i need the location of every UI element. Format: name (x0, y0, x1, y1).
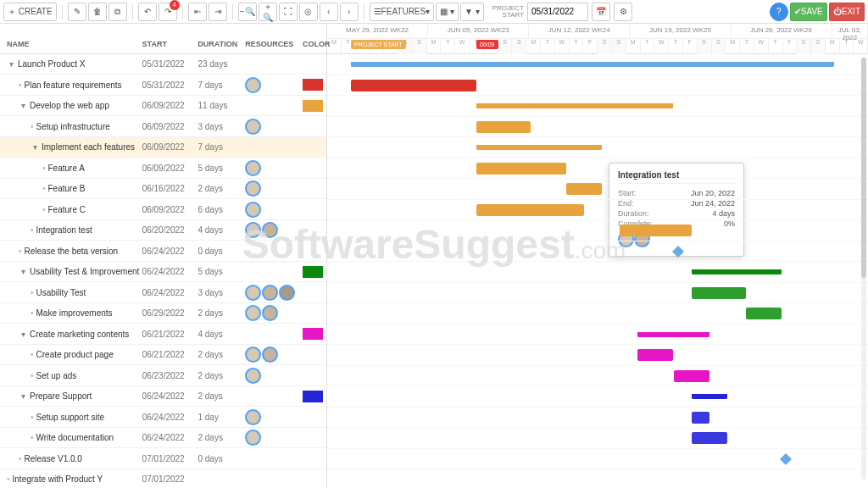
summary-bar[interactable] (351, 62, 834, 67)
gantt-row[interactable] (327, 449, 868, 470)
table-row[interactable]: • Integrate with Product Y 07/01/2022 (0, 469, 326, 488)
chevron-down-icon[interactable]: ▾ (19, 101, 27, 110)
chevron-down-icon[interactable]: ▾ (19, 330, 27, 339)
table-row[interactable]: ▾ Usability Test & Improvement 06/24/202… (0, 262, 326, 283)
gantt-row[interactable] (327, 158, 868, 180)
exit-button[interactable]: ⏻ EXIT (829, 3, 865, 21)
task-bar[interactable] (692, 287, 746, 299)
task-name: Feature C (48, 205, 86, 214)
table-row[interactable]: • Make improvements 06/29/2022 2 days (0, 303, 326, 324)
settings-button[interactable]: ⚙ (614, 3, 632, 21)
date-input[interactable] (527, 3, 588, 21)
gantt-row[interactable] (327, 408, 868, 429)
edit-button[interactable]: ✎ (68, 3, 86, 21)
col-start[interactable]: START (142, 40, 198, 48)
table-row[interactable]: • Usability Test 06/24/2022 3 days (0, 282, 326, 303)
copy-button[interactable]: ⧉ (108, 3, 127, 21)
indent-button[interactable]: ⇥ (209, 3, 227, 21)
delete-button[interactable]: 🗑 (88, 3, 107, 21)
gantt-row[interactable] (327, 262, 868, 283)
table-row[interactable]: • Setup support site 06/24/2022 1 day (0, 407, 326, 428)
task-bar[interactable] (476, 121, 531, 133)
gantt-row[interactable] (327, 366, 868, 387)
task-bar[interactable] (692, 412, 709, 424)
target-button[interactable]: ◎ (299, 3, 318, 21)
gantt-row[interactable] (327, 117, 868, 138)
task-resources (245, 160, 303, 176)
redo-button[interactable]: ↷ (159, 3, 177, 21)
chevron-down-icon[interactable]: ▾ (19, 267, 27, 276)
table-row[interactable]: • Feature B 06/16/2022 2 days (0, 179, 326, 200)
chevron-down-icon[interactable]: ▾ (7, 59, 15, 69)
chevron-down-icon[interactable]: ▾ (19, 391, 27, 401)
save-button[interactable]: ✔ SAVE (790, 3, 827, 21)
prev-button[interactable]: ‹ (320, 3, 338, 21)
task-bar[interactable] (746, 308, 782, 319)
summary-bar[interactable] (476, 145, 602, 150)
gantt-row[interactable] (327, 428, 868, 449)
vertical-scrollbar[interactable] (861, 58, 866, 480)
summary-bar[interactable] (476, 103, 673, 108)
gantt-row[interactable] (327, 345, 868, 366)
table-row[interactable]: • Plan feature requirements 05/31/2022 7… (0, 75, 326, 96)
scrollbar-thumb[interactable] (861, 58, 866, 278)
table-row[interactable]: ▾ Implement each features 06/09/2022 7 d… (0, 137, 326, 158)
gantt-row[interactable] (327, 283, 868, 304)
zoom-out-button[interactable]: −🔍 (238, 3, 257, 21)
create-button[interactable]: ＋ CREATE (3, 3, 57, 21)
summary-bar[interactable] (637, 332, 709, 337)
table-row[interactable]: • Feature C 06/09/2022 6 days (0, 199, 326, 220)
task-bar[interactable] (620, 225, 692, 236)
task-bar[interactable] (674, 370, 709, 382)
next-button[interactable]: › (340, 3, 359, 21)
gantt-row[interactable] (327, 54, 868, 75)
zoom-in-button[interactable]: ＋🔍 (259, 3, 277, 21)
table-row[interactable]: • Feature A 06/09/2022 5 days (0, 158, 326, 179)
bullet-icon: • (7, 474, 10, 484)
col-name[interactable]: NAME (0, 40, 142, 48)
table-row[interactable]: • Release V1.0.0 07/01/2022 0 days (0, 448, 326, 469)
task-bar[interactable] (637, 349, 673, 361)
table-row[interactable]: • Create product page 06/21/2022 2 days (0, 345, 326, 366)
fit-button[interactable]: ⛶ (279, 3, 298, 21)
table-row[interactable]: • Set up ads 06/23/2022 2 days (0, 365, 326, 386)
undo-button[interactable]: ↶ (138, 3, 157, 21)
task-bar[interactable] (692, 432, 727, 444)
gantt-row[interactable] (327, 96, 868, 117)
table-row[interactable]: • Integration test 06/20/2022 4 days (0, 220, 326, 241)
table-row[interactable]: ▾ Launch Product X 05/31/2022 23 days (0, 54, 326, 75)
task-bar[interactable] (476, 204, 584, 216)
help-button[interactable]: ? (770, 3, 788, 21)
summary-bar[interactable] (692, 269, 782, 274)
table-row[interactable]: • Release the beta version 06/24/2022 0 … (0, 241, 326, 262)
calendar-button[interactable]: 📅 (592, 3, 610, 21)
summary-bar[interactable] (692, 394, 727, 399)
table-row[interactable]: • Setup infrastructure 06/09/2022 3 days (0, 116, 326, 137)
chevron-down-icon[interactable]: ▾ (31, 142, 39, 152)
gantt-row[interactable] (327, 241, 868, 263)
table-row[interactable]: • Write documentation 06/24/2022 2 days (0, 428, 326, 449)
gantt-row[interactable] (327, 200, 868, 221)
table-row[interactable]: ▾ Create marketing contents 06/21/2022 4… (0, 324, 326, 345)
gantt-chart[interactable]: Integration test Start:Jun 20, 2022 End:… (327, 54, 868, 488)
outdent-button[interactable]: ⇤ (188, 3, 207, 21)
gantt-row[interactable] (327, 75, 868, 97)
col-resources[interactable]: RESOURCES (245, 40, 303, 48)
col-color[interactable]: COLOR (303, 40, 326, 48)
gantt-row[interactable] (327, 179, 868, 200)
table-row[interactable]: ▾ Develop the web app 06/09/2022 11 days (0, 96, 326, 117)
gantt-row[interactable] (327, 469, 868, 488)
gantt-row[interactable] (327, 324, 868, 346)
col-duration[interactable]: DURATION (198, 40, 245, 48)
gantt-row[interactable] (327, 137, 868, 158)
gantt-row[interactable] (327, 386, 868, 408)
gantt-row[interactable] (327, 220, 868, 241)
gantt-row[interactable] (327, 303, 868, 324)
filter-dropdown[interactable]: ▼ ▾ (460, 3, 484, 21)
table-row[interactable]: ▾ Prepare Support 06/24/2022 2 days (0, 386, 326, 408)
task-bar[interactable] (566, 183, 602, 195)
task-bar[interactable] (351, 80, 476, 92)
features-dropdown[interactable]: ☰ FEATURES ▾ (370, 3, 435, 21)
task-bar[interactable] (476, 163, 566, 175)
grid-dropdown[interactable]: ▦ ▾ (436, 3, 459, 21)
